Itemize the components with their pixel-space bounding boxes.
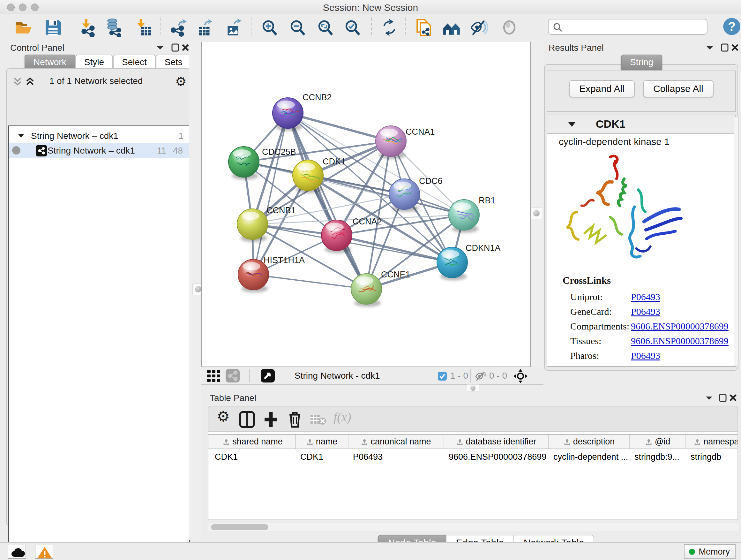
node-table[interactable]: shared namenamecanonical namedatabase id…: [208, 432, 738, 520]
tab-select[interactable]: Select: [113, 55, 156, 70]
search-input[interactable]: [566, 21, 705, 34]
panel-float-icon[interactable]: [721, 44, 729, 53]
function-builder-icon: f(x): [333, 410, 351, 425]
column-header-name[interactable]: name: [296, 435, 348, 449]
panel-float-icon[interactable]: [719, 394, 727, 403]
column-header-@id[interactable]: @id: [630, 435, 686, 449]
attribute-icon: [694, 439, 701, 446]
gene-name: CDK1: [596, 118, 625, 130]
crosslink-link[interactable]: P06493: [631, 350, 660, 361]
network-row[interactable]: String Network – cdk1 11 48: [9, 143, 189, 158]
network-label: String Network – cdk1: [48, 143, 135, 158]
network-node-HIST1H1A[interactable]: HIST1H1A: [238, 255, 305, 293]
network-canvas[interactable]: CCNB2CCNA1CDC25BCDK1CDC6RB1CCNB1CCNA2CDK…: [201, 42, 531, 367]
grid-view-icon[interactable]: [207, 370, 221, 383]
import-network-icon[interactable]: [79, 18, 97, 37]
show-enhanced-labels-icon[interactable]: [500, 18, 519, 37]
column-header-canonical-name[interactable]: canonical name: [348, 435, 444, 449]
panel-menu-icon[interactable]: [156, 45, 164, 52]
table-cell[interactable]: cyclin-dependent ...: [549, 450, 630, 463]
memory-button[interactable]: Memory: [684, 544, 736, 559]
column-header-namespace[interactable]: namespace: [686, 435, 738, 449]
node-label-CDC6: CDC6: [419, 176, 443, 186]
network-edge[interactable]: [253, 113, 288, 274]
cloud-button[interactable]: [8, 545, 26, 559]
table-cell[interactable]: P06493: [348, 450, 444, 463]
right-splitter-handle[interactable]: [531, 207, 542, 219]
table-cell[interactable]: CDK1: [210, 450, 296, 463]
hide-glass-effect-icon[interactable]: [469, 18, 488, 37]
expand-all-button[interactable]: Expand All: [569, 80, 635, 98]
export-network-icon[interactable]: [169, 18, 187, 37]
crosslink-link[interactable]: P06493: [631, 292, 660, 302]
table-settings-gear-icon[interactable]: ⚙: [217, 408, 230, 425]
fit-selected-crosshair-icon[interactable]: [514, 369, 528, 384]
bottom-splitter-handle[interactable]: [467, 384, 479, 391]
clone-network-icon[interactable]: [414, 18, 433, 37]
column-header-description[interactable]: description: [549, 435, 630, 449]
column-header-database-identifier[interactable]: database identifier: [444, 435, 549, 449]
export-image-icon[interactable]: [225, 18, 244, 37]
column-header-shared-name[interactable]: shared name: [210, 435, 296, 449]
table-cell[interactable]: stringdb:9...: [630, 450, 686, 463]
node-label-RB1: RB1: [479, 196, 495, 205]
network-node-CCNB1[interactable]: CCNB1: [237, 206, 296, 242]
help-icon[interactable]: ?: [722, 17, 741, 36]
zoom-fit-icon[interactable]: [316, 18, 335, 37]
table-horizontal-scrollbar[interactable]: [208, 523, 738, 531]
scrollbar-thumb[interactable]: [211, 524, 268, 530]
tab-network[interactable]: Network: [24, 55, 75, 70]
panel-close-icon[interactable]: [731, 44, 739, 53]
section-collapse-icon[interactable]: [567, 121, 577, 129]
network-node-RB1[interactable]: RB1: [449, 196, 495, 233]
refresh-icon[interactable]: [380, 18, 399, 37]
panel-close-icon[interactable]: [729, 394, 737, 403]
network-view-mode-icon[interactable]: [226, 369, 240, 382]
show-columns-icon[interactable]: [239, 411, 255, 429]
table-cell[interactable]: CDK1: [296, 450, 348, 463]
network-graph[interactable]: CCNB2CCNA1CDC25BCDK1CDC6RB1CCNB1CCNA2CDK…: [202, 42, 530, 367]
tab-style[interactable]: Style: [75, 55, 113, 70]
results-panel: Results Panel String Expand All Collapse…: [543, 40, 741, 384]
warning-button[interactable]: [35, 545, 53, 559]
open-session-icon[interactable]: [14, 18, 33, 37]
crosslink-link[interactable]: 9606.ENSP00000378699: [631, 335, 729, 347]
network-node-CCNA1[interactable]: CCNA1: [376, 126, 435, 159]
export-table-icon[interactable]: [196, 18, 215, 37]
import-network-from-database-icon[interactable]: [105, 18, 124, 37]
string-home-icon[interactable]: [443, 18, 461, 37]
collapse-all-button[interactable]: Collapse All: [643, 80, 714, 98]
tab-string[interactable]: String: [621, 55, 662, 70]
network-options-gear-icon[interactable]: ⚙: [175, 74, 187, 89]
results-vertical-scrollbar[interactable]: [734, 117, 739, 366]
panel-menu-icon[interactable]: [705, 395, 713, 402]
panel-close-icon[interactable]: [182, 44, 189, 53]
network-node-CDK1[interactable]: CDK1: [293, 157, 346, 193]
import-table-icon[interactable]: [134, 18, 152, 37]
search-icon: [552, 22, 563, 34]
selected-checkbox-icon[interactable]: [437, 371, 447, 382]
crosslink-link[interactable]: 9606.ENSP00000378699: [631, 321, 729, 332]
add-column-icon[interactable]: [263, 411, 279, 429]
zoom-in-icon[interactable]: [260, 18, 279, 37]
tab-sets[interactable]: Sets: [156, 55, 192, 70]
zoom-selected-icon[interactable]: [343, 18, 362, 37]
network-edge[interactable]: [253, 274, 366, 289]
delete-column-icon[interactable]: [287, 411, 302, 429]
network-node-CDKN1A[interactable]: CDKN1A: [437, 243, 501, 280]
zoom-out-icon[interactable]: [288, 18, 307, 37]
panel-float-icon[interactable]: [172, 44, 179, 53]
network-node-CDC25B[interactable]: CDC25B: [228, 146, 296, 180]
network-node-CCNB2[interactable]: CCNB2: [273, 92, 332, 131]
crosslink-row: GeneCard:P06493: [547, 306, 726, 321]
crosslink-link[interactable]: P06493: [631, 306, 660, 317]
gene-section-header[interactable]: CDK1: [547, 115, 735, 134]
save-session-icon[interactable]: [44, 18, 62, 37]
table-cell[interactable]: stringdb: [686, 450, 738, 463]
table-header-row[interactable]: shared namenamecanonical namedatabase id…: [208, 434, 738, 449]
birds-eye-view-icon[interactable]: [261, 369, 275, 382]
network-collection-row[interactable]: String Network – cdk1 1: [9, 129, 189, 143]
table-cell[interactable]: 9606.ENSP00000378699: [444, 450, 549, 463]
panel-menu-icon[interactable]: [705, 45, 714, 52]
network-node-CCNE1[interactable]: CCNE1: [351, 270, 410, 307]
